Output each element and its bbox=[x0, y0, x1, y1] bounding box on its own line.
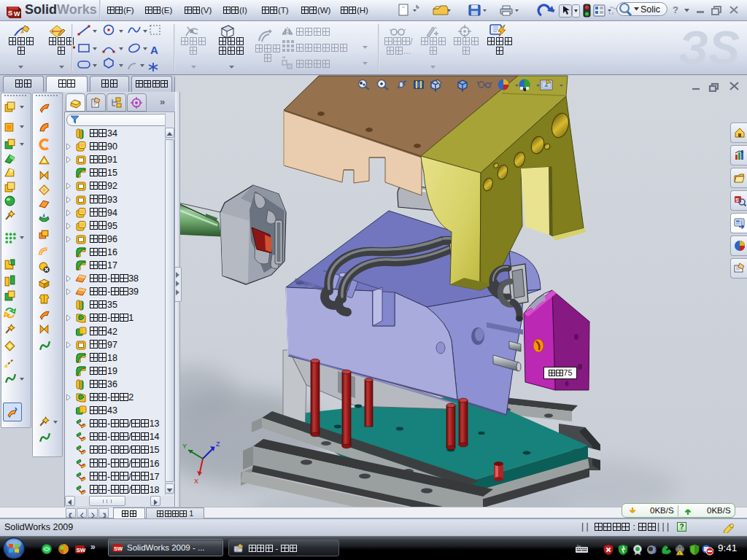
svg-text:A: A bbox=[150, 44, 158, 56]
svg-text:Z: Z bbox=[216, 440, 220, 448]
svg-text:!: ! bbox=[679, 551, 681, 556]
svg-text:SW: SW bbox=[77, 547, 86, 553]
svg-text:Y: Y bbox=[182, 443, 187, 450]
svg-text:?: ? bbox=[673, 4, 678, 15]
svg-text:Key: Key bbox=[577, 545, 581, 548]
svg-text:W: W bbox=[14, 10, 20, 18]
svg-text:S: S bbox=[8, 9, 12, 17]
svg-text:SW: SW bbox=[114, 545, 123, 552]
svg-text:X: X bbox=[194, 478, 198, 485]
svg-text:Solic: Solic bbox=[640, 4, 660, 15]
